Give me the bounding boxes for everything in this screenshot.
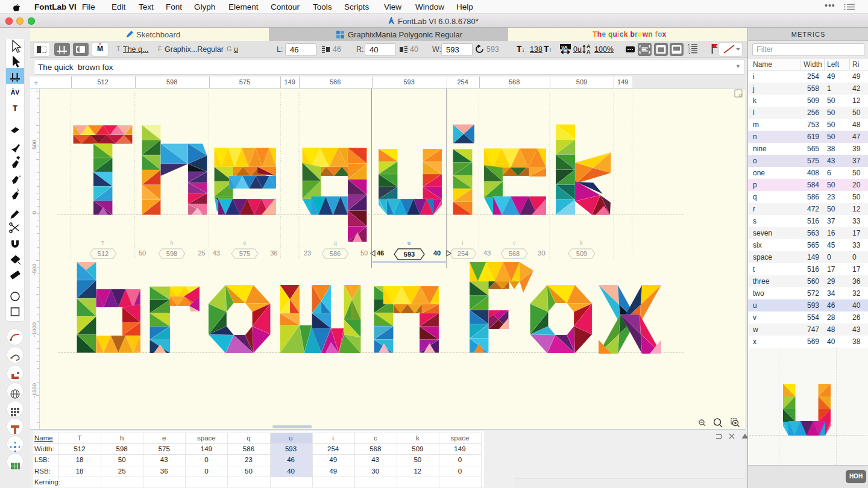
svg-text:T: T — [13, 104, 17, 113]
svg-text:VA: VA — [561, 45, 568, 50]
svg-text:A: A — [587, 49, 591, 55]
svg-text:ÄV: ÄV — [11, 89, 20, 96]
svg-text:+: + — [19, 174, 21, 178]
